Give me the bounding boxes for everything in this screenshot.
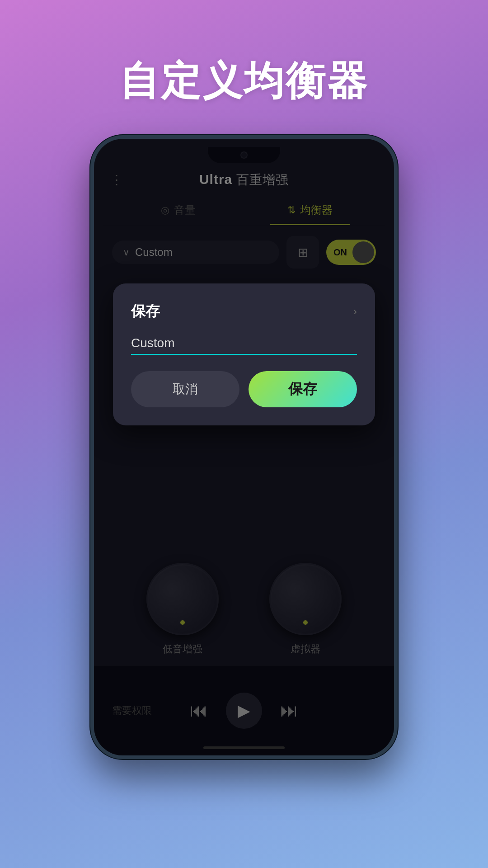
- save-button[interactable]: 保存: [249, 371, 357, 407]
- dialog-header: 保存 ›: [131, 302, 357, 321]
- phone-frame: ⋮ Ultra 百重增强 ◎ 音量 ⇅ 均衡器 ∨ Custom: [90, 135, 398, 759]
- cancel-label: 取消: [173, 381, 198, 398]
- preset-name-input[interactable]: [131, 336, 357, 350]
- dialog-title: 保存: [131, 302, 160, 321]
- dialog-input-wrapper: [131, 336, 357, 355]
- phone-screen: ⋮ Ultra 百重增强 ◎ 音量 ⇅ 均衡器 ∨ Custom: [94, 139, 394, 755]
- save-dialog: 保存 › 取消 保存: [113, 283, 375, 425]
- cancel-button[interactable]: 取消: [131, 371, 239, 407]
- save-label: 保存: [288, 379, 317, 399]
- page-title: 自定义均衡器: [119, 54, 369, 108]
- dialog-buttons: 取消 保存: [131, 371, 357, 407]
- dialog-overlay: 保存 › 取消 保存: [94, 139, 394, 755]
- dialog-close-icon[interactable]: ›: [353, 305, 357, 318]
